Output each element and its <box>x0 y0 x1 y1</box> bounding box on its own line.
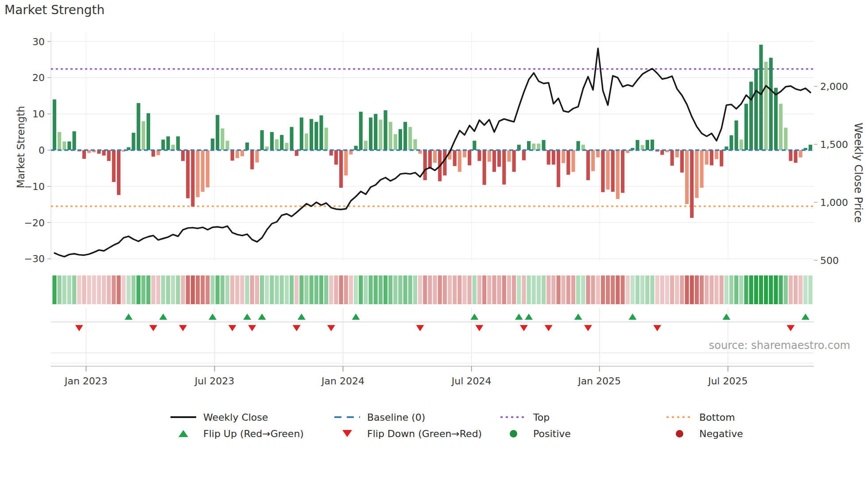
strength-bar <box>646 140 649 150</box>
heatmap-cell <box>487 275 491 304</box>
heatmap-cell <box>250 275 254 304</box>
flip-down-marker <box>149 325 157 331</box>
strength-bar <box>769 58 773 150</box>
heatmap-cell <box>156 275 160 304</box>
heatmap-cell <box>645 275 649 304</box>
strength-bar <box>329 150 333 155</box>
heatmap-cell <box>601 275 605 304</box>
heatmap-cell <box>275 275 279 304</box>
strength-bar <box>270 132 274 150</box>
strength-bar <box>685 150 689 204</box>
heatmap-cell <box>210 275 214 304</box>
heatmap-cell <box>433 275 437 304</box>
chart-canvas: 3020100−10−20−302,0001,5001,000500Jan 20… <box>0 0 868 488</box>
legend-label: Top <box>533 412 550 423</box>
page-title: Market Strength <box>4 3 105 17</box>
strength-bar <box>764 62 767 150</box>
heatmap-cell <box>660 275 664 304</box>
heatmap-cell <box>566 275 570 304</box>
heatmap-cell <box>774 275 778 304</box>
heatmap-cell <box>324 275 328 304</box>
heatmap-cell <box>379 275 383 304</box>
heatmap-cell <box>779 275 783 304</box>
heatmap-cell <box>97 275 101 304</box>
heatmap-cell <box>77 275 81 304</box>
heatmap-cell <box>611 275 615 304</box>
heatmap-cell <box>798 275 802 304</box>
heatmap-cell <box>176 275 180 304</box>
strength-bar <box>492 150 496 172</box>
heatmap-cell <box>492 275 496 304</box>
strength-bar <box>562 150 565 163</box>
strength-bar <box>606 150 609 190</box>
strength-bar <box>344 150 348 175</box>
heatmap-cell <box>803 275 807 304</box>
strength-bar <box>423 150 427 180</box>
heatmap-cell <box>112 275 116 304</box>
heatmap-cell <box>58 275 62 304</box>
left-axis-tick-label: 20 <box>32 72 45 83</box>
flip-up-marker <box>258 314 266 320</box>
heatmap-cell <box>784 275 788 304</box>
flip-down-marker <box>520 325 528 331</box>
legend-item-baseline: Baseline (0) <box>333 410 425 425</box>
flip-up-marker <box>722 314 730 320</box>
heatmap-cell <box>655 275 659 304</box>
strength-bar <box>443 150 446 175</box>
strength-bar <box>394 134 397 150</box>
strength-bar <box>507 150 511 162</box>
strength-bar <box>611 150 615 192</box>
left-axis-tick-label: 0 <box>39 145 45 156</box>
heatmap-cell <box>556 275 560 304</box>
heatmap-cell <box>339 275 343 304</box>
flip-down-marker <box>545 325 553 331</box>
flip-down-marker <box>229 325 236 331</box>
strength-bar <box>112 150 116 182</box>
strength-bar <box>142 121 145 150</box>
heatmap-cell <box>789 275 793 304</box>
heatmap-cell <box>216 275 220 304</box>
heatmap-cell <box>364 275 368 304</box>
heatmap-cell <box>82 275 86 304</box>
heatmap-cell <box>403 275 407 304</box>
flip-up-marker <box>209 314 217 320</box>
left-axis-title: Market Strength <box>15 32 27 262</box>
strength-bar <box>147 113 150 150</box>
strength-bar <box>403 122 407 150</box>
heatmap-cell <box>87 275 91 304</box>
strength-bar <box>216 115 219 150</box>
flip-up-marker <box>124 314 132 320</box>
legend-label: Positive <box>533 428 571 439</box>
heatmap-cell <box>551 275 555 304</box>
strength-bar <box>319 115 323 150</box>
legend-item-flip-up: Flip Up (Red→Green) <box>170 426 304 441</box>
heatmap-cell <box>235 275 239 304</box>
flip-up-marker <box>298 314 306 320</box>
heatmap-cell <box>398 275 402 304</box>
x-axis-tick-label: Jan 2025 <box>577 376 621 387</box>
heatmap-cell <box>636 275 639 304</box>
strength-bar <box>67 141 71 150</box>
strength-bar <box>285 143 288 150</box>
heatmap-cell <box>448 275 452 304</box>
heatmap-cell <box>418 275 422 304</box>
heatmap-cell <box>729 275 733 304</box>
legend-label: Weekly Close <box>203 412 268 423</box>
heatmap-cell <box>517 275 521 304</box>
strength-bar <box>458 150 461 172</box>
strength-bar <box>339 150 343 188</box>
flip-up-marker <box>574 314 582 320</box>
market-strength-dashboard: Market Strength Market Strength Weekly C… <box>0 0 868 488</box>
strength-bar <box>621 150 624 193</box>
heatmap-cell <box>186 275 190 304</box>
heatmap-cell <box>304 275 308 304</box>
heatmap-cell <box>384 275 388 304</box>
heatmap-cell <box>482 275 486 304</box>
strength-bar <box>789 150 792 161</box>
strength-bar <box>809 145 812 150</box>
heatmap-cell <box>245 275 249 304</box>
strength-bar <box>413 139 417 150</box>
heatmap-cell <box>191 275 195 304</box>
flip-up-marker <box>515 314 523 320</box>
strength-bar <box>250 150 254 169</box>
